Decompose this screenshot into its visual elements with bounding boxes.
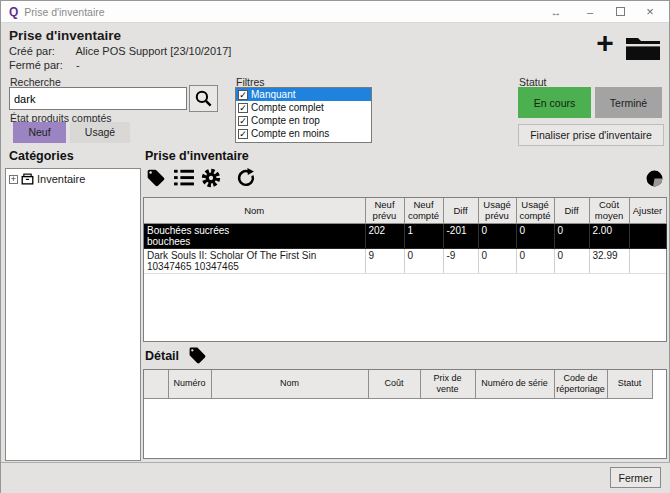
restore-size-icon[interactable]: ↔ [541,2,571,22]
status-done-button[interactable]: Terminé [595,87,662,118]
checkbox-checked-icon[interactable]: ✓ [238,129,248,139]
window-title: Prise d'inventaire [24,6,104,18]
pie-chart-icon [645,169,664,188]
cell-usage-prevu: 0 [478,248,516,273]
product-name: Dark Souls II: Scholar Of The First Sin [147,250,362,261]
cell-cout-moyen: 2.00 [589,223,629,248]
inventory-table: Nom Neuf prévu Neuf compté Diff Usagé pr… [144,198,667,274]
col-prix-de-vente: Prix de vente [420,370,475,398]
refresh-button[interactable] [235,167,257,189]
add-inventory-button[interactable]: + [591,31,619,59]
product-code: bouchees [147,236,362,247]
detail-tag-button[interactable] [188,346,207,365]
filter-item-label: Compte complet [251,102,324,113]
tag-icon [146,168,166,188]
cell-usage-prevu: 0 [478,223,516,248]
col-neuf-compte: Neuf compté [404,198,443,223]
tag-tool-button[interactable] [146,168,166,188]
close-button[interactable]: Fermer [610,467,661,488]
search-input[interactable] [9,87,187,110]
product-code: 10347465 10347465 [147,261,362,272]
col-cout: Coût [368,370,420,398]
open-inventory-button[interactable] [625,35,661,61]
state-used-button[interactable]: Usagé [70,122,130,143]
detail-header-row: Numéro Nom Coût Prix de vente Numéro de … [144,370,666,398]
cell-neuf-prevu: 202 [365,223,404,248]
col-gutter [652,370,666,398]
cell-cout-moyen: 32.99 [589,248,629,273]
cell-ajuster[interactable] [629,248,666,273]
bottom-bar [1,462,670,493]
state-new-button[interactable]: Neuf [13,122,66,143]
filter-item-label: Manquant [251,89,295,100]
tag-icon [188,346,207,365]
categories-title: Catégories [9,149,74,163]
cell-neuf-prevu: 9 [365,248,404,273]
filter-item-compte-complet[interactable]: ✓ Compte complet [236,101,371,114]
inventory-header-row: Nom Neuf prévu Neuf compté Diff Usagé pr… [144,198,666,223]
settings-button[interactable] [201,168,221,188]
col-usage-prevu: Usagé prévu [478,198,516,223]
search-button[interactable] [189,85,218,112]
cell-diff-usage: 0 [554,223,589,248]
cell-ajuster[interactable] [629,223,666,248]
col-neuf-prevu: Neuf prévu [365,198,404,223]
detail-table-panel: Numéro Nom Coût Prix de vente Numéro de … [143,369,667,459]
maximize-icon [616,7,625,16]
detail-title: Détail [145,349,179,363]
inventory-table-panel: Nom Neuf prévu Neuf compté Diff Usagé pr… [143,197,667,342]
inventory-section-title: Prise d'inventaire [145,149,249,163]
close-window-button[interactable]: × [635,2,665,22]
closed-by-value: - [76,59,80,71]
search-icon [194,89,213,108]
refresh-icon [235,167,257,189]
cell-nom: Dark Souls II: Scholar Of The First Sin … [144,248,365,273]
checkbox-checked-icon[interactable]: ✓ [238,90,248,100]
minimize-button[interactable]: – [575,2,605,22]
maximize-button[interactable] [605,2,635,22]
inventory-box-icon [21,173,34,185]
col-nom: Nom [144,198,365,223]
table-row-bouchees[interactable]: Bouchées sucrées bouchees 202 1 -201 0 0… [144,223,666,248]
filter-item-label: Compte en trop [251,115,320,126]
app-logo-icon: Q [9,5,18,19]
table-row-dark-souls[interactable]: Dark Souls II: Scholar Of The First Sin … [144,248,666,273]
plus-icon: + [596,26,614,59]
created-by-row: Créé par: Alice POS Support [23/10/2017] [9,45,231,57]
col-ajuster: Ajuster [629,198,666,223]
checkbox-checked-icon[interactable]: ✓ [238,103,248,113]
col-nom: Nom [211,370,368,398]
cell-usage-compte: 0 [516,248,554,273]
filter-item-manquant[interactable]: ✓ Manquant [236,88,371,101]
list-icon [173,168,195,187]
tree-item-inventaire[interactable]: + Inventaire [6,169,140,185]
categories-tree[interactable]: + Inventaire [5,168,141,461]
col-diff-neuf: Diff [443,198,478,223]
list-view-button[interactable] [173,168,195,187]
cell-diff-usage: 0 [554,248,589,273]
cell-nom: Bouchées sucrées bouchees [144,223,365,248]
cell-usage-compte: 0 [516,223,554,248]
col-usage-compte: Usagé compté [516,198,554,223]
titlebar: Q Prise d'inventaire ↔ – × [1,1,669,23]
col-diff-usage: Diff [554,198,589,223]
detail-table: Numéro Nom Coût Prix de vente Numéro de … [144,370,666,399]
filters-listbox[interactable]: ✓ Manquant ✓ Compte complet ✓ Compte en … [235,87,372,143]
closed-by-label: Fermé par: [9,59,73,71]
status-in-progress-button[interactable]: En cours [518,87,591,118]
col-numero: Numéro [168,370,211,398]
col-numero-de-serie: Numéro de série [475,370,554,398]
filter-item-compte-en-trop[interactable]: ✓ Compte en trop [236,114,371,127]
tree-item-label: Inventaire [37,173,85,185]
pie-chart-button[interactable] [645,169,664,188]
checkbox-checked-icon[interactable]: ✓ [238,116,248,126]
finalize-inventory-button[interactable]: Finaliser prise d'inventaire [518,124,664,146]
tree-expander-icon[interactable]: + [9,175,18,184]
gear-icon [201,168,221,188]
detail-section-header: Détail [145,346,207,365]
col-cout-moyen: Coût moyen [589,198,629,223]
page-title: Prise d'inventaire [9,28,121,43]
filter-item-compte-en-moins[interactable]: ✓ Compte en moins [236,127,371,140]
closed-by-row: Fermé par: - [9,59,80,71]
filter-item-label: Compte en moins [251,128,329,139]
